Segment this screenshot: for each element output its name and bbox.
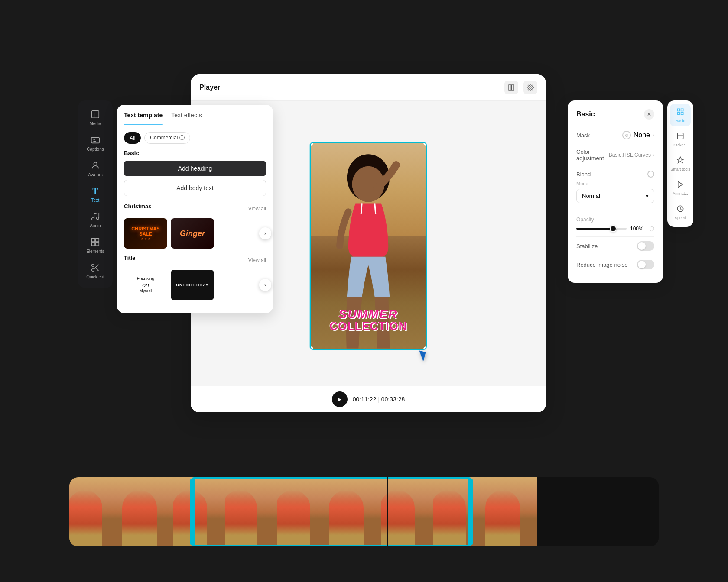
- stabilize-label: Stabilize: [576, 243, 598, 249]
- blend-mode-select[interactable]: Normal ▾: [576, 189, 654, 203]
- avatars-icon: [90, 160, 101, 171]
- sidebar-item-elements[interactable]: Elements: [80, 233, 110, 257]
- right-sidebar-basic[interactable]: Basic: [670, 104, 691, 126]
- sidebar-item-quickcut[interactable]: Quick cut: [80, 259, 110, 283]
- opacity-thumb[interactable]: [610, 225, 617, 232]
- summer-collection-overlay: SUMMER COLLECTION: [321, 308, 416, 332]
- handle-bottom-right[interactable]: [423, 346, 427, 350]
- mask-value: ⊘ None ›: [622, 131, 654, 139]
- svg-point-15: [530, 87, 531, 88]
- timeline-thumb-6: [329, 477, 381, 546]
- reduce-noise-row: Reduce image noise: [576, 255, 654, 274]
- current-time: 00:11:22: [353, 396, 377, 403]
- christmas-template-grid: CHRISTMASSALE ★ ★ ★ Ginger ›: [124, 218, 266, 249]
- christmas-view-all[interactable]: View all: [248, 206, 266, 212]
- blend-section: Blend Mode Normal ▾: [576, 166, 654, 212]
- focusing-card[interactable]: FocusingonMyself: [124, 270, 167, 300]
- elements-icon: [90, 237, 101, 247]
- tab-text-template[interactable]: Text template: [124, 112, 162, 121]
- sidebar-item-audio[interactable]: Audio: [80, 208, 110, 232]
- filter-row: All Commercial ⓘ: [124, 132, 266, 144]
- filter-commercial[interactable]: Commercial ⓘ: [144, 132, 190, 144]
- sidebar-audio-label: Audio: [90, 223, 101, 228]
- right-sidebar-speed[interactable]: Speed: [670, 201, 691, 223]
- right-sidebar-background-label: Backgr...: [673, 143, 688, 147]
- sidebar-item-captions[interactable]: Captions: [80, 131, 110, 155]
- reduce-noise-toggle[interactable]: [637, 260, 654, 269]
- basic-panel-close[interactable]: ✕: [644, 109, 654, 120]
- unedited-card[interactable]: UNEDITEDDAY: [171, 270, 214, 300]
- sidebar-captions-label: Captions: [87, 147, 104, 152]
- mask-row[interactable]: Mask ⊘ None ›: [576, 126, 654, 144]
- reduce-noise-label: Reduce image noise: [576, 262, 628, 268]
- sidebar-avatars-label: Avatars: [88, 172, 103, 177]
- background-icon: [676, 132, 684, 142]
- title-view-all[interactable]: View all: [248, 257, 266, 263]
- basic-section-title: Basic: [124, 150, 266, 156]
- mask-chevron: ›: [653, 132, 654, 138]
- svg-rect-23: [681, 112, 683, 114]
- opacity-slider[interactable]: [576, 228, 627, 230]
- timeline-track: [69, 477, 659, 546]
- sidebar-elements-label: Elements: [86, 249, 104, 254]
- christmas-sale-card[interactable]: CHRISTMASSALE ★ ★ ★: [124, 218, 167, 249]
- christmas-next-arrow[interactable]: ›: [259, 227, 271, 239]
- blend-label: Blend: [576, 171, 591, 178]
- focusing-text: FocusingonMyself: [137, 276, 155, 294]
- svg-line-11: [94, 265, 98, 269]
- app-container: Media Captions Avatars T Text: [104, 74, 624, 508]
- svg-point-9: [92, 264, 94, 267]
- svg-point-10: [92, 269, 94, 272]
- settings-icon[interactable]: [523, 81, 537, 94]
- opacity-reset[interactable]: ⬡: [649, 225, 654, 232]
- timeline-thumb-4: [225, 477, 277, 546]
- play-button[interactable]: ▶: [332, 391, 348, 407]
- playhead-line: [387, 477, 388, 546]
- christmas-sale-text: CHRISTMASSALE: [131, 226, 159, 236]
- sidebar-item-media[interactable]: Media: [80, 106, 110, 129]
- svg-rect-13: [509, 85, 511, 90]
- svg-point-3: [92, 218, 94, 220]
- right-sidebar-smart-label: Smart tools: [670, 167, 690, 171]
- title-next-arrow[interactable]: ›: [259, 279, 271, 291]
- video-background: SUMMER COLLECTION: [311, 143, 426, 349]
- stabilize-toggle[interactable]: [637, 241, 654, 251]
- right-sidebar-background[interactable]: Backgr...: [670, 128, 691, 151]
- svg-rect-0: [92, 111, 99, 118]
- svg-line-12: [96, 268, 98, 271]
- sidebar-item-text[interactable]: T Text: [80, 182, 110, 206]
- timeline-thumb-1: [69, 477, 121, 546]
- add-body-button[interactable]: Add body text: [124, 180, 266, 196]
- svg-rect-6: [96, 239, 99, 242]
- svg-rect-20: [677, 109, 679, 111]
- text-template-panel: Text template Text effects All Commercia…: [117, 105, 273, 313]
- color-adjustment-row[interactable]: Color adjustment Basic,HSL,Curves ›: [576, 144, 654, 166]
- mode-label: Mode: [576, 181, 654, 186]
- blend-header: Blend: [576, 171, 654, 178]
- add-heading-button[interactable]: Add heading: [124, 161, 266, 176]
- playhead: [386, 477, 390, 546]
- collection-text: COLLECTION: [321, 320, 416, 332]
- ginger-card[interactable]: Ginger: [171, 218, 214, 249]
- sidebar-item-avatars[interactable]: Avatars: [80, 157, 110, 181]
- christmas-section-header: Christmas View all: [124, 203, 266, 214]
- stabilize-row: Stabilize: [576, 237, 654, 255]
- right-sidebar-animate[interactable]: Animat...: [670, 177, 691, 199]
- timeline-thumb-5: [277, 477, 329, 546]
- svg-rect-7: [92, 242, 95, 246]
- filter-all[interactable]: All: [124, 132, 141, 144]
- timeline-thumb-2: [121, 477, 173, 546]
- christmas-sale-sub: ★ ★ ★: [141, 237, 150, 241]
- blend-toggle[interactable]: [647, 171, 654, 178]
- right-sidebar-smart[interactable]: Smart tools: [670, 152, 691, 175]
- layout-icon[interactable]: [504, 81, 518, 94]
- player-controls: [504, 81, 537, 94]
- timeline-thumb-8: [433, 477, 485, 546]
- basic-panel-header: Basic ✕: [576, 109, 654, 120]
- title-section-header: Title View all: [124, 255, 266, 265]
- audio-icon: [90, 211, 101, 222]
- tab-text-effects[interactable]: Text effects: [171, 112, 202, 121]
- sidebar-quickcut-label: Quick cut: [86, 275, 104, 279]
- summer-text: SUMMER: [321, 308, 416, 320]
- opacity-row: 100% ⬡: [576, 225, 654, 232]
